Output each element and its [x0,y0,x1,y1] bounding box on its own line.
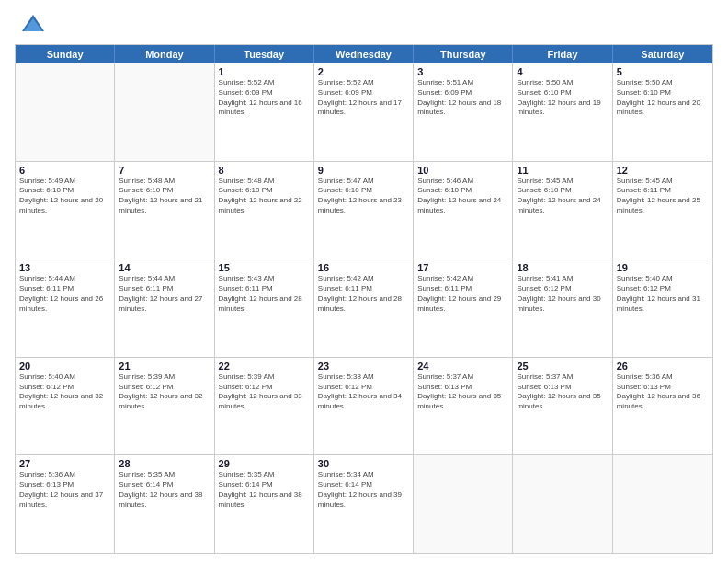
calendar-cell [613,455,712,553]
calendar-cell: 27Sunrise: 5:36 AM Sunset: 6:13 PM Dayli… [16,455,115,553]
cell-info: Sunrise: 5:44 AM Sunset: 6:11 PM Dayligh… [19,274,110,314]
cell-info: Sunrise: 5:45 AM Sunset: 6:10 PM Dayligh… [517,177,608,216]
cell-info: Sunrise: 5:52 AM Sunset: 6:09 PM Dayligh… [318,78,409,118]
calendar: SundayMondayTuesdayWednesdayThursdayFrid… [15,44,713,554]
day-number: 29 [219,458,310,469]
day-number: 10 [417,165,508,176]
day-number: 12 [617,165,709,176]
cell-info: Sunrise: 5:42 AM Sunset: 6:11 PM Dayligh… [318,274,409,314]
header-day-friday: Friday [513,45,612,63]
header-day-wednesday: Wednesday [314,45,414,63]
calendar-cell [115,63,214,161]
header [15,11,713,37]
calendar-cell: 13Sunrise: 5:44 AM Sunset: 6:11 PM Dayli… [16,259,115,357]
day-number: 9 [318,165,409,176]
calendar-row-4: 20Sunrise: 5:40 AM Sunset: 6:12 PM Dayli… [16,358,712,456]
calendar-row-2: 6Sunrise: 5:49 AM Sunset: 6:10 PM Daylig… [16,162,712,260]
day-number: 6 [19,165,110,176]
calendar-cell: 25Sunrise: 5:37 AM Sunset: 6:13 PM Dayli… [513,358,612,455]
calendar-cell [414,455,513,553]
day-number: 11 [517,165,608,176]
calendar-cell: 8Sunrise: 5:48 AM Sunset: 6:10 PM Daylig… [215,162,314,259]
calendar-cell: 26Sunrise: 5:36 AM Sunset: 6:13 PM Dayli… [613,358,712,455]
cell-info: Sunrise: 5:38 AM Sunset: 6:12 PM Dayligh… [318,373,409,412]
cell-info: Sunrise: 5:40 AM Sunset: 6:12 PM Dayligh… [617,274,709,314]
cell-info: Sunrise: 5:48 AM Sunset: 6:10 PM Dayligh… [219,177,310,216]
cell-info: Sunrise: 5:49 AM Sunset: 6:10 PM Dayligh… [19,177,110,216]
day-number: 22 [219,361,310,372]
cell-info: Sunrise: 5:34 AM Sunset: 6:14 PM Dayligh… [318,470,409,510]
cell-info: Sunrise: 5:50 AM Sunset: 6:10 PM Dayligh… [517,78,608,118]
calendar-header: SundayMondayTuesdayWednesdayThursdayFrid… [16,45,712,63]
cell-info: Sunrise: 5:52 AM Sunset: 6:09 PM Dayligh… [219,78,310,118]
calendar-cell: 12Sunrise: 5:45 AM Sunset: 6:11 PM Dayli… [613,162,712,259]
cell-info: Sunrise: 5:48 AM Sunset: 6:10 PM Dayligh… [119,177,210,216]
cell-info: Sunrise: 5:40 AM Sunset: 6:12 PM Dayligh… [19,373,110,412]
day-number: 8 [219,165,310,176]
day-number: 7 [119,165,210,176]
calendar-cell [16,63,115,161]
calendar-cell [513,455,612,553]
calendar-cell: 4Sunrise: 5:50 AM Sunset: 6:10 PM Daylig… [513,63,612,161]
cell-info: Sunrise: 5:36 AM Sunset: 6:13 PM Dayligh… [617,373,709,412]
calendar-row-5: 27Sunrise: 5:36 AM Sunset: 6:13 PM Dayli… [16,455,712,553]
calendar-cell: 19Sunrise: 5:40 AM Sunset: 6:12 PM Dayli… [613,259,712,357]
day-number: 1 [219,66,310,77]
day-number: 24 [417,361,508,372]
header-day-sunday: Sunday [16,45,115,63]
day-number: 15 [219,262,310,273]
day-number: 17 [417,262,508,273]
calendar-cell: 2Sunrise: 5:52 AM Sunset: 6:09 PM Daylig… [314,63,414,161]
day-number: 14 [119,262,210,273]
cell-info: Sunrise: 5:51 AM Sunset: 6:09 PM Dayligh… [417,78,508,118]
cell-info: Sunrise: 5:43 AM Sunset: 6:11 PM Dayligh… [219,274,310,314]
calendar-row-3: 13Sunrise: 5:44 AM Sunset: 6:11 PM Dayli… [16,259,712,358]
day-number: 18 [517,262,608,273]
calendar-cell: 17Sunrise: 5:42 AM Sunset: 6:11 PM Dayli… [414,259,513,357]
page: SundayMondayTuesdayWednesdayThursdayFrid… [0,0,728,563]
day-number: 4 [517,66,608,77]
day-number: 19 [617,262,709,273]
day-number: 3 [417,66,508,77]
calendar-cell: 9Sunrise: 5:47 AM Sunset: 6:10 PM Daylig… [314,162,414,259]
day-number: 28 [119,458,210,469]
cell-info: Sunrise: 5:45 AM Sunset: 6:11 PM Dayligh… [617,177,709,216]
calendar-cell: 16Sunrise: 5:42 AM Sunset: 6:11 PM Dayli… [314,259,414,357]
day-number: 30 [318,458,409,469]
calendar-cell: 24Sunrise: 5:37 AM Sunset: 6:13 PM Dayli… [414,358,513,455]
cell-info: Sunrise: 5:46 AM Sunset: 6:10 PM Dayligh… [417,177,508,216]
calendar-cell: 7Sunrise: 5:48 AM Sunset: 6:10 PM Daylig… [115,162,214,259]
calendar-cell: 5Sunrise: 5:50 AM Sunset: 6:10 PM Daylig… [613,63,712,161]
day-number: 2 [318,66,409,77]
cell-info: Sunrise: 5:37 AM Sunset: 6:13 PM Dayligh… [517,373,608,412]
calendar-cell: 30Sunrise: 5:34 AM Sunset: 6:14 PM Dayli… [314,455,414,553]
cell-info: Sunrise: 5:39 AM Sunset: 6:12 PM Dayligh… [119,373,210,412]
calendar-cell: 21Sunrise: 5:39 AM Sunset: 6:12 PM Dayli… [115,358,214,455]
logo-icon [20,11,46,37]
cell-info: Sunrise: 5:50 AM Sunset: 6:10 PM Dayligh… [617,78,709,118]
day-number: 26 [617,361,709,372]
calendar-cell: 10Sunrise: 5:46 AM Sunset: 6:10 PM Dayli… [414,162,513,259]
calendar-cell: 14Sunrise: 5:44 AM Sunset: 6:11 PM Dayli… [115,259,214,357]
day-number: 27 [19,458,110,469]
day-number: 25 [517,361,608,372]
cell-info: Sunrise: 5:41 AM Sunset: 6:12 PM Dayligh… [517,274,608,314]
logo [15,11,46,37]
calendar-cell: 28Sunrise: 5:35 AM Sunset: 6:14 PM Dayli… [115,455,214,553]
day-number: 20 [19,361,110,372]
cell-info: Sunrise: 5:39 AM Sunset: 6:12 PM Dayligh… [219,373,310,412]
header-day-thursday: Thursday [414,45,513,63]
calendar-cell: 18Sunrise: 5:41 AM Sunset: 6:12 PM Dayli… [513,259,612,357]
calendar-cell: 1Sunrise: 5:52 AM Sunset: 6:09 PM Daylig… [215,63,314,161]
calendar-cell: 6Sunrise: 5:49 AM Sunset: 6:10 PM Daylig… [16,162,115,259]
calendar-cell: 22Sunrise: 5:39 AM Sunset: 6:12 PM Dayli… [215,358,314,455]
header-day-saturday: Saturday [613,45,712,63]
calendar-cell: 29Sunrise: 5:35 AM Sunset: 6:14 PM Dayli… [215,455,314,553]
calendar-body: 1Sunrise: 5:52 AM Sunset: 6:09 PM Daylig… [16,63,712,553]
header-day-tuesday: Tuesday [215,45,314,63]
header-day-monday: Monday [115,45,214,63]
cell-info: Sunrise: 5:35 AM Sunset: 6:14 PM Dayligh… [119,470,210,510]
calendar-cell: 20Sunrise: 5:40 AM Sunset: 6:12 PM Dayli… [16,358,115,455]
day-number: 16 [318,262,409,273]
calendar-cell: 15Sunrise: 5:43 AM Sunset: 6:11 PM Dayli… [215,259,314,357]
